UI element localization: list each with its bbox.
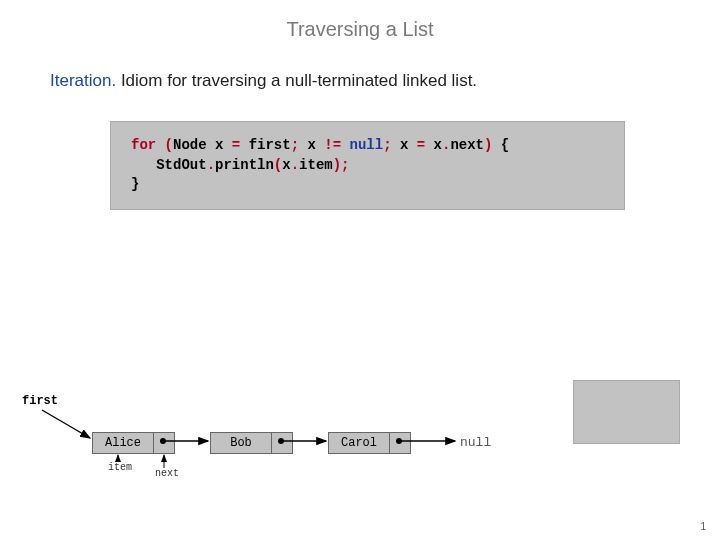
arrow-first: [42, 410, 90, 438]
page-number: 1: [700, 521, 706, 532]
code-null: null: [350, 137, 384, 153]
pointer-dot-icon: [396, 438, 402, 444]
item-label: item: [108, 462, 132, 473]
node-alice: Alice: [92, 432, 154, 454]
next-label: next: [155, 468, 179, 479]
code-id: x: [425, 137, 442, 153]
code-id: first: [240, 137, 290, 153]
slide-subtitle: Iteration. Idiom for traversing a null-t…: [50, 71, 720, 91]
code-op: ;: [291, 137, 299, 153]
code-block: for (Node x = first; x != null; x = x.ne…: [110, 121, 625, 210]
code-op: =: [417, 137, 425, 153]
code-op: .: [207, 157, 215, 173]
pointer-dot-icon: [278, 438, 284, 444]
code-op: =: [232, 137, 240, 153]
code-op: !=: [324, 137, 341, 153]
slide-title: Traversing a List: [0, 18, 720, 41]
code-id: next: [450, 137, 484, 153]
code-op: );: [333, 157, 350, 173]
code-id: StdOut: [156, 157, 206, 173]
code-paren: (: [156, 137, 173, 153]
code-id: println: [215, 157, 274, 173]
code-id: x: [282, 157, 290, 173]
code-id: x: [392, 137, 417, 153]
code-kw-for: for: [131, 137, 156, 153]
code-id: item: [299, 157, 333, 173]
node-bob: Bob: [210, 432, 272, 454]
code-paren: (: [274, 157, 282, 173]
code-op: .: [291, 157, 299, 173]
code-sp: [341, 137, 349, 153]
gray-box: [573, 380, 680, 444]
first-label: first: [22, 394, 58, 408]
code-indent: [131, 157, 156, 173]
node-carol: Carol: [328, 432, 390, 454]
subtitle-rest: Idiom for traversing a null-terminated l…: [116, 71, 477, 90]
null-label: null: [460, 435, 491, 450]
code-op: ;: [383, 137, 391, 153]
code-brace: }: [131, 176, 139, 192]
code-id: Node x: [173, 137, 232, 153]
subtitle-lead: Iteration.: [50, 71, 116, 90]
code-id: x: [299, 137, 324, 153]
code-brace: {: [492, 137, 509, 153]
pointer-dot-icon: [160, 438, 166, 444]
